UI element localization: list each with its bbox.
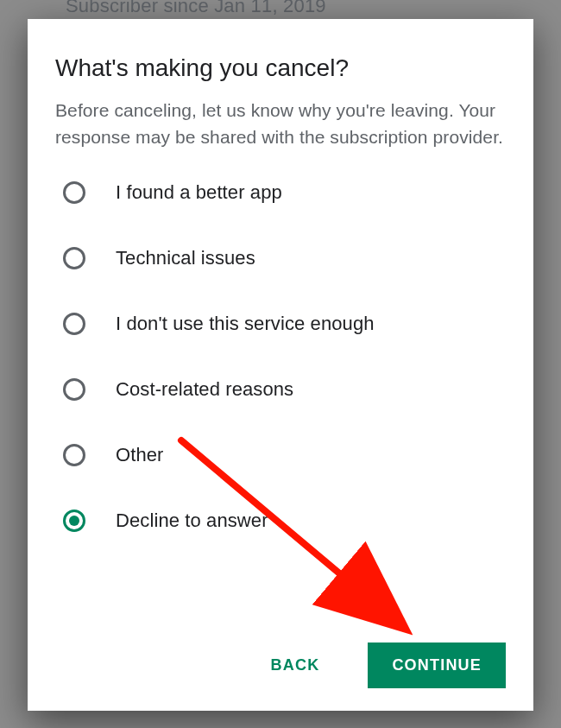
option-label: I don't use this service enough (116, 313, 375, 335)
back-button[interactable]: BACK (266, 648, 325, 683)
option-better-app[interactable]: I found a better app (62, 180, 506, 205)
option-decline-to-answer[interactable]: Decline to answer (62, 509, 506, 533)
option-label: Decline to answer (116, 510, 268, 532)
option-technical-issues[interactable]: Technical issues (62, 246, 506, 270)
radio-icon (62, 312, 86, 336)
dialog-title: What's making you cancel? (55, 54, 506, 83)
radio-icon (62, 377, 86, 402)
option-label: I found a better app (116, 181, 282, 204)
reason-options: I found a better app Technical issues I … (55, 180, 506, 533)
radio-icon (62, 509, 86, 533)
radio-icon (62, 246, 86, 270)
option-other[interactable]: Other (62, 443, 506, 467)
option-label: Other (116, 444, 164, 466)
subscriber-since-text: Subscriber since Jan 11, 2019 (66, 0, 326, 17)
option-dont-use-enough[interactable]: I don't use this service enough (62, 312, 506, 336)
radio-icon (62, 443, 86, 467)
option-cost-related[interactable]: Cost-related reasons (62, 377, 506, 402)
continue-button[interactable]: CONTINUE (368, 643, 506, 688)
option-label: Cost-related reasons (116, 378, 293, 401)
radio-icon (62, 180, 86, 205)
option-label: Technical issues (116, 247, 255, 269)
cancel-reason-dialog: What's making you cancel? Before canceli… (28, 19, 533, 711)
dialog-subtitle: Before canceling, let us know why you're… (55, 97, 506, 151)
dialog-actions: BACK CONTINUE (55, 622, 506, 688)
